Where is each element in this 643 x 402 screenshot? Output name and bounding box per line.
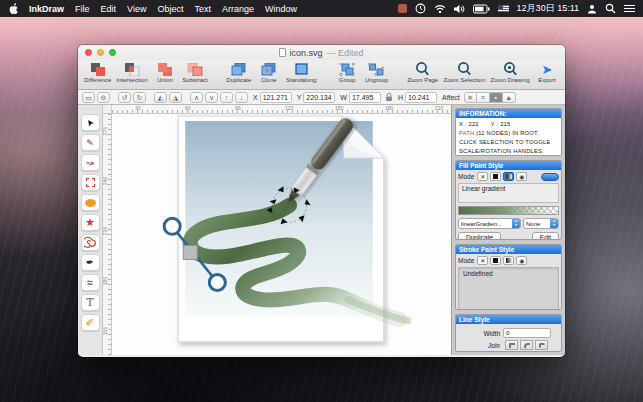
x-field[interactable]: 121.271 [260,92,292,103]
h-field[interactable]: 10.241 [405,92,437,103]
status-app-icon[interactable] [398,4,407,13]
node-edit-tool[interactable]: ✎ [81,134,100,151]
menu-datetime[interactable]: 12月30日 15:11 [517,2,579,15]
join-round-button[interactable] [520,340,533,350]
clock-status-icon[interactable] [415,3,426,14]
gradient-style-dropdown[interactable]: linearGradien... ▲▼ [458,218,521,229]
minimize-button[interactable] [97,49,104,56]
flip-vertical-button[interactable]: ◮ [169,92,182,103]
zoom-selection-button[interactable]: Zoom Selection [444,62,486,83]
text-tool[interactable]: T [81,294,100,311]
duplicate-icon [231,62,247,77]
lock-aspect-icon[interactable] [385,92,393,103]
rotate-cw-button[interactable]: ↻ [133,92,146,103]
stroke-mode-gradient-button[interactable] [503,256,514,265]
rectangle-tool[interactable] [81,174,100,191]
line-width-field[interactable]: 0 [503,328,551,338]
input-language-flag-icon[interactable] [498,5,509,12]
fill-mode-none-button[interactable]: ✕ [477,172,488,181]
intersection-button[interactable]: Intersection [117,62,148,83]
affect-segmented-control: ✕ ≡ ▪ ▲ [464,92,516,103]
menu-view[interactable]: View [127,4,146,14]
flip-horizontal-button[interactable]: ◭ [154,92,167,103]
zoom-page-button[interactable]: Zoom Page [407,62,438,83]
ungroup-button[interactable]: Ungroup [364,62,388,83]
close-button[interactable] [85,49,92,56]
affect-selected-button[interactable]: ▪ [490,92,503,103]
w-field[interactable]: 17.495 [349,92,381,103]
zoom-drawing-button[interactable]: Zoom Drawing [491,62,530,83]
marker-tool[interactable]: ✐ [81,314,100,331]
user-icon[interactable] [587,4,597,14]
gradient-type-box: Linear gradient [458,183,559,203]
affect-move-button[interactable]: ▲ [503,92,516,103]
gradient-start-handle[interactable] [164,218,180,234]
rotate-ccw-button[interactable]: ↺ [118,92,131,103]
menu-edit[interactable]: Edit [101,4,117,14]
stroke-mode-solid-button[interactable] [490,256,501,265]
line-panel-header[interactable]: Line Style [456,315,561,324]
volume-icon[interactable] [454,4,465,14]
select-tool[interactable]: ➤ [81,114,100,131]
gradient-end-handle[interactable] [209,274,225,290]
ellipse-tool[interactable] [81,194,100,211]
menu-file[interactable]: File [75,4,90,14]
edit-gradient-button[interactable]: Edit [532,232,559,239]
affect-skew-button[interactable]: ≡ [477,92,490,103]
duplicate-gradient-button[interactable]: Duplicate [458,232,501,239]
spotlight-search-icon[interactable] [605,3,616,14]
fill-paint-style-panel: Fill Paint Style Mode ✕ ◉ Linear gradien… [455,160,562,239]
menu-app-name[interactable]: InkDraw [29,4,64,14]
duplicate-button[interactable]: Duplicate [226,62,251,83]
group-button[interactable]: Group [335,62,359,83]
bring-to-front-button[interactable]: ∧ [190,92,203,103]
export-button[interactable]: ➤ Export [535,62,559,83]
fill-color-pill[interactable] [541,173,559,181]
subtract-button[interactable]: Substract [182,62,207,83]
standalone-button[interactable]: Standalong [286,62,316,83]
stroke-mode-radial-button[interactable]: ◉ [516,256,527,265]
fill-mode-radial-button[interactable]: ◉ [516,172,527,181]
rectangle-tool-icon [86,178,95,187]
notification-center-icon[interactable] [624,4,635,13]
menu-arrange[interactable]: Arrange [222,4,254,14]
affect-scale-button[interactable]: ✕ [464,92,477,103]
battery-icon[interactable] [473,4,490,14]
menu-object[interactable]: Object [157,4,183,14]
artwork-canvas[interactable] [103,105,451,355]
bring-forward-button[interactable]: ↑ [220,92,233,103]
send-to-back-button[interactable]: ∨ [205,92,218,103]
window-titlebar[interactable]: icon.svg — Edited [78,45,565,60]
canvas-area[interactable]: 30 60 90 120 150 180 210 270 240 210 180… [103,105,451,355]
menu-window[interactable]: Window [265,4,297,14]
gradient-midpoint-handle[interactable] [183,245,197,259]
gradient-preview[interactable] [458,206,559,215]
gradient-ref-dropdown[interactable]: None ▲▼ [523,218,559,229]
fill-mode-solid-button[interactable] [490,172,501,181]
star-tool[interactable]: ★ [81,214,100,231]
transform-remove-button[interactable]: ⊖ [97,92,110,103]
apple-menu-icon[interactable] [8,2,18,16]
difference-button[interactable]: Difference [84,62,111,83]
scribble-tool[interactable]: ≈ [81,274,100,291]
spiral-tool[interactable] [81,234,100,251]
send-backward-button[interactable]: ↓ [235,92,248,103]
zoom-button[interactable] [109,49,116,56]
stroke-mode-none-button[interactable]: ✕ [477,256,488,265]
join-bevel-button[interactable] [535,340,548,350]
join-miter-button[interactable] [505,340,518,350]
pen-tool[interactable]: ✒ [81,254,100,271]
y-label: Y [297,94,302,101]
y-field[interactable]: 220.134 [303,92,335,103]
document-proxy-icon[interactable] [279,48,286,57]
bezier-tool[interactable]: ↝ [81,154,100,171]
stroke-panel-header[interactable]: Stroke Paint Style [456,245,561,254]
union-button[interactable]: Union [153,62,177,83]
transform-reset-button[interactable]: ▭ [82,92,95,103]
fill-mode-gradient-button[interactable] [503,172,514,181]
clone-button[interactable]: Clone [257,62,281,83]
wifi-icon[interactable] [434,4,446,14]
information-header[interactable]: Information: [456,109,561,118]
menu-text[interactable]: Text [194,4,211,14]
fill-panel-header[interactable]: Fill Paint Style [456,161,561,170]
